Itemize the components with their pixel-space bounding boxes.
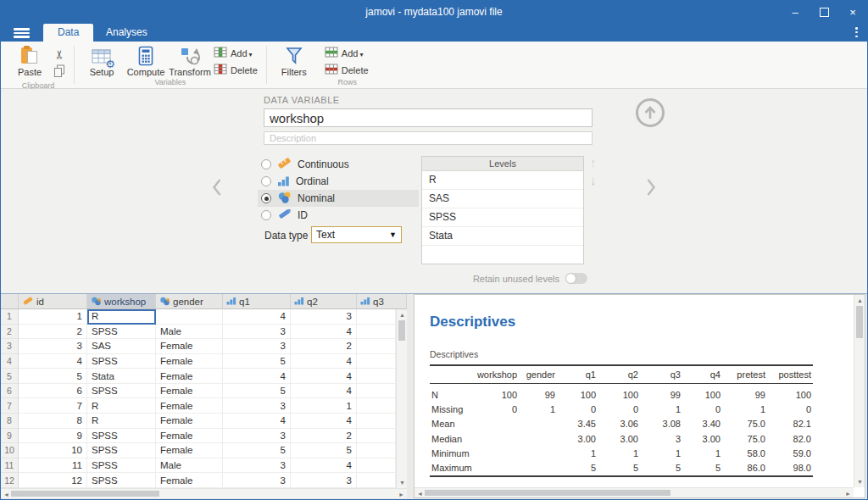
column-header-gender[interactable]: a gender <box>156 294 223 309</box>
grid-cell[interactable]: 1 <box>291 398 357 414</box>
scroll-left-icon[interactable]: ◄ <box>3 492 9 497</box>
grid-cell[interactable] <box>357 398 396 414</box>
grid-cell[interactable]: SPSS <box>87 354 156 369</box>
row-number-cell[interactable]: 4 <box>1 354 19 369</box>
grid-cell[interactable] <box>357 339 396 354</box>
transform-button[interactable]: Transform <box>168 44 212 77</box>
tab-data[interactable]: Data <box>43 24 93 42</box>
scrollbar-thumb[interactable] <box>856 306 863 338</box>
level-move-down-icon[interactable]: ↓ <box>590 173 597 187</box>
grid-cell[interactable]: 4 <box>291 325 357 340</box>
variable-description-input[interactable] <box>264 131 593 145</box>
scroll-up-icon[interactable]: ▲ <box>399 312 405 318</box>
grid-cell[interactable]: Female <box>156 414 223 429</box>
setup-button[interactable]: ⚙ Setup <box>80 44 124 77</box>
grid-horizontal-scrollbar[interactable]: ◄ ► <box>1 488 407 498</box>
hamburger-menu-icon[interactable] <box>14 28 30 40</box>
tab-analyses[interactable]: Analyses <box>92 24 162 42</box>
grid-cell[interactable]: 7 <box>19 398 87 414</box>
grid-cell[interactable]: 2 <box>291 339 357 354</box>
grid-cell[interactable]: SPSS <box>87 384 156 399</box>
grid-cell[interactable]: 3 <box>223 458 291 474</box>
grid-cell[interactable] <box>357 458 396 474</box>
grid-cell[interactable]: 9 <box>19 429 87 444</box>
grid-cell[interactable]: 8 <box>19 414 87 429</box>
data-type-select[interactable]: Text ▼ <box>311 226 402 243</box>
scroll-down-icon[interactable]: ▼ <box>399 480 405 486</box>
level-move-up-icon[interactable]: ↑ <box>590 155 597 169</box>
level-item[interactable]: SAS <box>422 190 583 208</box>
level-item[interactable]: R <box>422 171 583 190</box>
grid-cell[interactable]: Female <box>156 354 223 369</box>
grid-cell[interactable]: 2 <box>19 325 87 340</box>
row-number-cell[interactable]: 9 <box>1 429 19 444</box>
grid-cell[interactable]: 4 <box>291 354 357 369</box>
grid-cell[interactable] <box>357 429 396 444</box>
grid-cell[interactable]: 5 <box>223 384 291 399</box>
level-item[interactable]: SPSS <box>422 208 583 227</box>
row-number-cell[interactable]: 8 <box>1 414 19 429</box>
delete-variable-button[interactable]: Delete <box>214 64 258 76</box>
close-button[interactable]: × <box>838 1 867 24</box>
grid-cell[interactable]: Female <box>156 429 223 444</box>
collapse-editor-button[interactable] <box>636 98 665 127</box>
grid-cell[interactable]: SPSS <box>87 325 156 340</box>
cut-icon[interactable]: ✂ <box>53 47 66 59</box>
grid-cell[interactable]: Female <box>156 473 223 488</box>
grid-cell[interactable]: SPSS <box>87 429 156 444</box>
grid-cell[interactable] <box>357 325 396 340</box>
radio-selected[interactable] <box>261 193 271 203</box>
grid-cell[interactable] <box>357 414 396 429</box>
grid-cell[interactable]: 4 <box>19 354 87 369</box>
row-number-cell[interactable]: 11 <box>1 458 19 474</box>
grid-cell[interactable]: 3 <box>223 325 291 340</box>
measure-option-nominal[interactable]: Nominal <box>258 190 419 207</box>
grid-cell[interactable]: Male <box>156 458 223 474</box>
compute-button[interactable]: Compute <box>124 44 168 77</box>
paste-button[interactable]: Paste <box>8 44 52 77</box>
grid-cell[interactable]: 12 <box>19 473 87 488</box>
grid-cell[interactable] <box>357 473 396 488</box>
column-header-workshop[interactable]: a workshop <box>87 294 156 309</box>
row-number-cell[interactable]: 7 <box>1 398 19 414</box>
grid-cell[interactable] <box>357 384 396 399</box>
column-header-q2[interactable]: q2 <box>291 294 357 309</box>
grid-cell[interactable] <box>156 309 223 325</box>
filters-button[interactable]: Filters <box>272 44 316 77</box>
grid-cell[interactable]: 2 <box>291 429 357 444</box>
grid-cell[interactable]: 5 <box>291 443 357 458</box>
grid-cell[interactable]: SAS <box>87 339 156 354</box>
grid-cell[interactable]: 4 <box>291 414 357 429</box>
grid-cell[interactable]: 1 <box>19 309 87 325</box>
level-item[interactable]: Stata <box>422 227 583 246</box>
grid-cell[interactable]: 4 <box>223 369 291 384</box>
grid-cell[interactable]: 10 <box>19 443 87 458</box>
maximize-button[interactable] <box>810 1 838 24</box>
grid-cell[interactable]: 5 <box>19 369 87 384</box>
grid-cell[interactable]: 11 <box>19 458 87 474</box>
column-header-id[interactable]: id <box>19 294 87 309</box>
previous-variable-chevron[interactable] <box>212 178 222 200</box>
add-row-button[interactable]: Add <box>325 47 369 59</box>
grid-cell[interactable]: Male <box>156 325 223 340</box>
grid-cell[interactable]: 5 <box>223 443 291 458</box>
column-header-q1[interactable]: q1 <box>223 294 291 309</box>
grid-cell[interactable]: 3 <box>291 473 357 488</box>
scroll-left-icon[interactable]: ◄ <box>417 491 423 497</box>
overflow-menu-icon[interactable] <box>855 27 858 40</box>
grid-vertical-scrollbar[interactable]: ▲ ▼ <box>396 309 407 488</box>
grid-cell[interactable]: Female <box>156 369 223 384</box>
grid-cell[interactable]: 4 <box>223 309 291 325</box>
grid-cell[interactable]: Female <box>156 443 223 458</box>
grid-cell[interactable]: R <box>87 414 156 429</box>
corner-header-cell[interactable] <box>1 294 19 309</box>
grid-cell[interactable] <box>357 443 396 458</box>
grid-cell[interactable]: Female <box>156 398 223 414</box>
retain-toggle[interactable] <box>565 273 587 284</box>
grid-cell[interactable]: 3 <box>19 339 87 354</box>
scrollbar-thumb[interactable] <box>398 320 405 341</box>
minimize-button[interactable]: – <box>781 1 810 24</box>
radio-unselected[interactable] <box>261 176 271 186</box>
grid-cell[interactable]: 4 <box>291 384 357 399</box>
grid-cell[interactable]: Female <box>156 339 223 354</box>
